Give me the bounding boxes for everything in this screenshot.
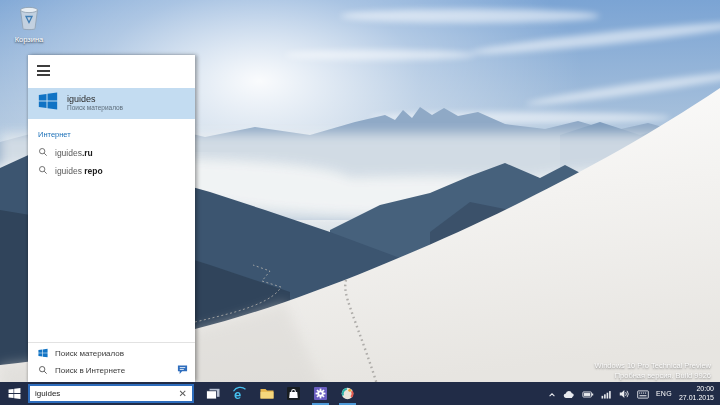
touch-keyboard-icon[interactable] <box>637 385 649 403</box>
language-indicator[interactable]: ENG <box>656 390 672 397</box>
internet-explorer-icon: e <box>232 386 247 401</box>
onedrive-cloud-icon[interactable] <box>563 385 575 403</box>
task-view-button[interactable] <box>199 382 226 405</box>
recycle-bin-label: Корзина <box>15 36 44 44</box>
build-watermark: Windows 10 Pro Technical Preview Пробная… <box>594 361 711 380</box>
search-web-option[interactable]: Поиск в Интернете <box>28 362 195 379</box>
taskbar-clock[interactable]: 20:00 27.01.2015 <box>679 385 714 402</box>
store-button[interactable] <box>280 382 307 405</box>
top-result-title: iguides <box>67 94 123 104</box>
search-web-label: Поиск в Интернете <box>55 366 125 375</box>
windows-logo-icon <box>38 91 58 115</box>
volume-icon[interactable] <box>619 385 630 403</box>
recycle-bin-icon <box>17 5 41 35</box>
system-tray: ENG 20:00 27.01.2015 <box>548 385 720 403</box>
search-flyout-panel: iguides Поиск материалов Интернет iguide… <box>28 55 195 382</box>
settings-gear-icon <box>314 387 327 400</box>
web-section-header: Интернет <box>28 119 195 144</box>
panel-footer: Поиск материалов Поиск в Интернете <box>28 342 195 382</box>
clock-date: 27.01.2015 <box>679 394 714 403</box>
search-icon <box>38 165 48 177</box>
feedback-chat-icon[interactable] <box>177 364 188 377</box>
panel-spacer <box>28 180 195 343</box>
clock-time: 20:00 <box>679 385 714 394</box>
windows-logo-icon <box>38 348 48 360</box>
search-apps-option[interactable]: Поиск материалов <box>28 345 195 362</box>
settings-button[interactable] <box>307 382 334 405</box>
windows-start-icon <box>8 387 21 400</box>
web-suggestion[interactable]: iguides.ru <box>28 144 195 162</box>
search-icon <box>38 147 48 159</box>
windows-feedback-icon <box>341 387 354 400</box>
internet-explorer-button[interactable]: e <box>226 382 253 405</box>
tray-expand-chevron-icon[interactable] <box>548 385 556 403</box>
windows-feedback-button[interactable] <box>334 382 361 405</box>
network-signal-icon[interactable] <box>601 385 612 403</box>
search-apps-label: Поиск материалов <box>55 349 124 358</box>
web-suggestion[interactable]: iguides repo <box>28 162 195 180</box>
battery-icon[interactable] <box>582 385 594 403</box>
taskbar: ✕ e <box>0 382 720 405</box>
top-result-subtitle: Поиск материалов <box>67 104 123 112</box>
task-view-icon <box>206 388 220 400</box>
clear-search-icon[interactable]: ✕ <box>174 389 192 399</box>
file-explorer-icon <box>260 388 274 399</box>
taskbar-search-box: ✕ <box>28 384 194 403</box>
desktop: Корзина iguides Поиск материалов Интерне… <box>0 0 720 405</box>
file-explorer-button[interactable] <box>253 382 280 405</box>
search-input[interactable] <box>30 386 174 401</box>
start-button[interactable] <box>0 382 28 405</box>
hamburger-menu-button[interactable] <box>28 55 57 83</box>
search-icon <box>38 365 48 377</box>
recycle-bin-desktop-icon[interactable]: Корзина <box>6 5 52 44</box>
top-search-result[interactable]: iguides Поиск материалов <box>28 88 195 119</box>
store-icon <box>287 387 300 400</box>
